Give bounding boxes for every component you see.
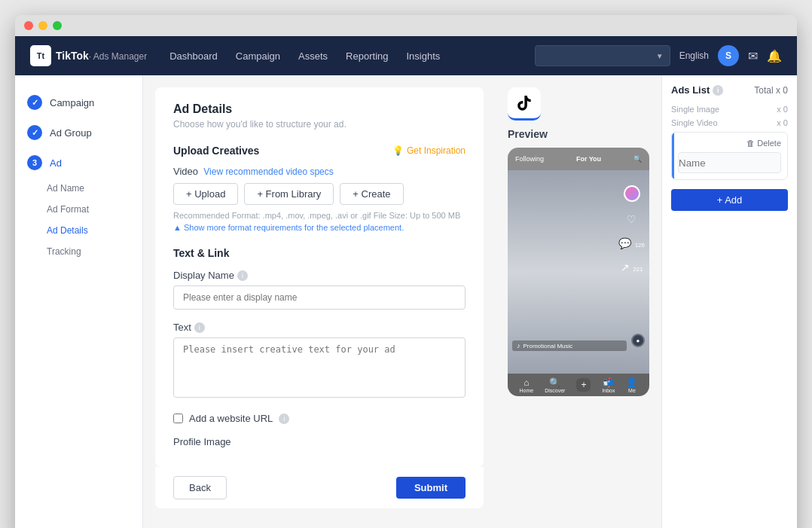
delete-button[interactable]: 🗑 Delete xyxy=(746,139,781,148)
language-selector[interactable]: English xyxy=(679,50,709,61)
ad-item-card: 🗑 Delete xyxy=(671,132,788,180)
ads-total: Total x 0 xyxy=(754,85,788,96)
sidebar-item-campaign[interactable]: ✓ Campaign xyxy=(15,87,142,118)
bell-icon[interactable]: 🔔 xyxy=(767,49,782,63)
upload-buttons-group: + Upload + From Library + Create xyxy=(173,183,466,205)
nav-insights[interactable]: Insights xyxy=(406,47,440,65)
website-url-info-icon: i xyxy=(279,414,289,424)
nav-campaign[interactable]: Campaign xyxy=(236,47,280,65)
format-hint: Recommended Format: .mp4, .mov, .mpeg, .… xyxy=(173,211,466,220)
nav-links: Dashboard Campaign Assets Reporting Insi… xyxy=(169,47,534,65)
text-info-icon: i xyxy=(194,322,205,333)
website-url-row: Add a website URL i xyxy=(173,413,466,424)
main-content: ✓ Campaign ✓ Ad Group 3 Ad Ad Name Ad Fo… xyxy=(15,75,797,528)
display-name-label: Display Name i xyxy=(173,270,466,281)
profile-image-label: Profile Image xyxy=(173,436,466,447)
music-text: Promotional Music xyxy=(524,343,573,349)
mail-icon[interactable]: ✉ xyxy=(748,49,758,63)
phone-share-icon: ↗ 221 xyxy=(621,261,643,274)
phone-avatar xyxy=(624,185,640,202)
ad-details-subtitle: Choose how you'd like to structure your … xyxy=(173,119,466,130)
nav-assets[interactable]: Assets xyxy=(298,47,328,65)
sidebar: ✓ Campaign ✓ Ad Group 3 Ad Ad Name Ad Fo… xyxy=(15,75,143,528)
create-button[interactable]: + Create xyxy=(340,183,403,205)
ad-label: Ad xyxy=(50,157,62,169)
single-image-row: Single Image x 0 xyxy=(671,105,788,114)
tiktok-logo: Tt xyxy=(30,45,51,66)
nav-right: ▼ English S ✉ 🔔 xyxy=(535,45,782,66)
ad-details-title: Ad Details xyxy=(173,102,466,116)
minimize-button[interactable] xyxy=(38,21,47,30)
logo-area: Tt TikTok· Ads Manager xyxy=(30,45,147,66)
adgroup-step-circle: ✓ xyxy=(27,125,42,140)
maximize-button[interactable] xyxy=(53,21,62,30)
search-box[interactable]: ▼ xyxy=(535,45,670,66)
video-label: Video View recommended video specs xyxy=(173,166,466,177)
music-disc: ● xyxy=(631,334,645,347)
video-specs-link[interactable]: View recommended video specs xyxy=(203,166,334,177)
sidebar-subitem-addetails[interactable]: Ad Details xyxy=(15,220,142,241)
sidebar-subitem-adname[interactable]: Ad Name xyxy=(15,178,142,199)
phone-me-icon: 👤Me xyxy=(626,377,637,393)
single-video-row: Single Video x 0 xyxy=(671,118,788,127)
text-label: Text i xyxy=(173,322,466,333)
page-area: Ad Details Choose how you'd like to stru… xyxy=(143,75,496,528)
search-input[interactable] xyxy=(542,50,656,61)
campaign-label: Campaign xyxy=(50,97,94,108)
music-bar: ♪ Promotional Music xyxy=(512,340,627,351)
ad-details-card: Ad Details Choose how you'd like to stru… xyxy=(155,87,484,467)
back-button[interactable]: Back xyxy=(173,476,227,499)
adgroup-label: Ad Group xyxy=(50,127,92,139)
campaign-step-circle: ✓ xyxy=(27,95,42,110)
preview-panel: Preview Following For You 🔍 ♡ xyxy=(496,75,661,528)
ads-list-panel: Ads List i Total x 0 Single Image x 0 Si… xyxy=(661,75,797,528)
nav-dashboard[interactable]: Dashboard xyxy=(169,47,218,65)
ads-list-header: Ads List i Total x 0 xyxy=(671,84,788,96)
nav-reporting[interactable]: Reporting xyxy=(346,47,388,65)
sidebar-item-ad[interactable]: 3 Ad xyxy=(15,148,142,178)
app-container: Tt TikTok· Ads Manager Dashboard Campaig… xyxy=(15,36,797,528)
display-name-info-icon: i xyxy=(237,270,248,281)
phone-right-icons: ♡ 💬 126 ↗ 221 xyxy=(618,185,645,274)
logo-text: TikTok· Ads Manager xyxy=(56,50,147,62)
phone-mockup: Following For You 🔍 ♡ 💬 126 xyxy=(508,148,649,396)
phone-heart-icon: ♡ xyxy=(627,212,636,226)
text-group: Text i xyxy=(173,322,466,401)
display-name-group: Display Name i xyxy=(173,270,466,310)
phone-plus-icon: + xyxy=(576,378,591,392)
close-button[interactable] xyxy=(24,21,33,30)
get-inspiration-button[interactable]: 💡 Get Inspiration xyxy=(392,145,466,156)
phone-bottom-bar: ⌂Home 🔍Discover + 📬Inbox 👤Me xyxy=(508,374,649,396)
lightbulb-icon: 💡 xyxy=(392,145,404,156)
sidebar-subitem-tracking[interactable]: Tracking xyxy=(15,241,142,262)
trash-icon: 🗑 xyxy=(746,139,755,148)
tiktok-preview-icon xyxy=(508,87,541,121)
phone-content: ♡ 💬 126 ↗ 221 ♪ xyxy=(508,170,649,374)
top-nav: Tt TikTok· Ads Manager Dashboard Campaig… xyxy=(15,36,797,75)
phone-home-icon: ⌂Home xyxy=(519,377,533,393)
add-ad-button[interactable]: + Add xyxy=(671,189,788,211)
text-textarea[interactable] xyxy=(173,337,466,398)
submit-button[interactable]: Submit xyxy=(396,477,466,499)
ads-list-title: Ads List i xyxy=(671,84,723,96)
ad-item-top: 🗑 Delete xyxy=(678,139,781,148)
phone-inbox-icon: 📬Inbox xyxy=(602,377,615,393)
from-library-button[interactable]: + From Library xyxy=(244,183,334,205)
website-url-checkbox[interactable] xyxy=(173,414,183,423)
ad-name-input[interactable] xyxy=(678,152,781,173)
upload-button[interactable]: + Upload xyxy=(173,183,238,205)
phone-top-bar: Following For You 🔍 xyxy=(508,148,649,170)
sidebar-subitem-adformat[interactable]: Ad Format xyxy=(15,199,142,220)
phone-search-icon: 🔍 xyxy=(633,155,642,163)
text-link-title: Text & Link xyxy=(173,247,466,259)
sidebar-item-adgroup[interactable]: ✓ Ad Group xyxy=(15,118,142,148)
for-you-text: For You xyxy=(576,155,601,163)
phone-discover-icon: 🔍Discover xyxy=(545,377,565,393)
preview-label: Preview xyxy=(508,128,649,140)
text-link-section: Text & Link Display Name i Text i xyxy=(173,247,466,447)
format-requirements-link[interactable]: ▲ Show more format requirements for the … xyxy=(173,223,466,232)
phone-comment-icon: 💬 126 xyxy=(618,237,645,250)
bottom-bar: Back Submit xyxy=(155,467,484,508)
display-name-input[interactable] xyxy=(173,285,466,310)
ad-active-indicator xyxy=(672,133,674,179)
